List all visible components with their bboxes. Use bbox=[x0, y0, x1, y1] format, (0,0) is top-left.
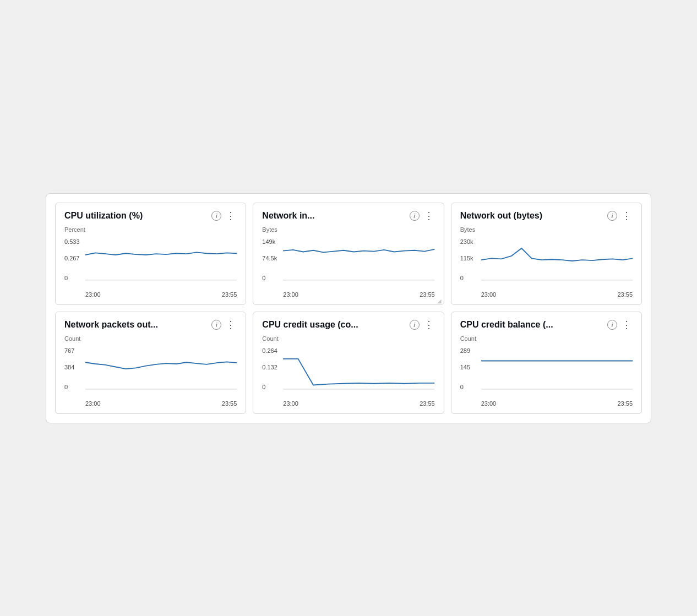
card-title: Network out (bytes) bbox=[460, 211, 607, 221]
y-tick-low: 0 bbox=[262, 275, 265, 281]
card-header: Network in... i ⋮ bbox=[262, 211, 434, 221]
info-icon[interactable]: i bbox=[607, 320, 617, 330]
card-header: CPU credit balance (... i ⋮ bbox=[460, 320, 633, 330]
info-icon[interactable]: i bbox=[211, 320, 221, 330]
chart-container bbox=[481, 236, 633, 286]
x-label-end: 23:55 bbox=[617, 400, 633, 407]
card-actions: i ⋮ bbox=[410, 211, 435, 221]
card-cpu-credit-usage: CPU credit usage (co... i ⋮ Count 0.264 … bbox=[253, 312, 444, 414]
card-title: Network in... bbox=[262, 211, 409, 221]
card-actions: i ⋮ bbox=[211, 211, 237, 221]
card-actions: i ⋮ bbox=[607, 320, 633, 330]
more-icon[interactable]: ⋮ bbox=[225, 320, 237, 330]
chart-svg bbox=[85, 345, 237, 395]
x-label-end: 23:55 bbox=[222, 291, 237, 298]
y-label: Bytes bbox=[460, 226, 476, 233]
chart-svg bbox=[481, 236, 633, 286]
card-net-packets-out: Network packets out... i ⋮ Count 767 384… bbox=[55, 312, 246, 414]
metrics-grid: CPU utilization (%) i ⋮ Percent 0.533 0.… bbox=[55, 203, 642, 414]
card-cpu-util: CPU utilization (%) i ⋮ Percent 0.533 0.… bbox=[55, 203, 246, 305]
more-icon[interactable]: ⋮ bbox=[620, 211, 633, 221]
y-tick-low: 0 bbox=[64, 384, 68, 390]
x-label-end: 23:55 bbox=[420, 400, 435, 407]
y-tick-high: 149k bbox=[262, 238, 275, 245]
card-network-out: Network out (bytes) i ⋮ Bytes 230k 115k … bbox=[451, 203, 642, 305]
chart-area: Bytes 149k 74.5k 0 23:00 23:55 bbox=[262, 226, 434, 298]
x-labels: 23:00 23:55 bbox=[481, 291, 633, 298]
dashboard: CPU utilization (%) i ⋮ Percent 0.533 0.… bbox=[46, 193, 651, 423]
x-labels: 23:00 23:55 bbox=[283, 291, 434, 298]
info-icon[interactable]: i bbox=[410, 320, 420, 330]
y-tick-mid: 0.267 bbox=[64, 255, 80, 261]
chart-container bbox=[283, 236, 434, 286]
card-cpu-credit-balance: CPU credit balance (... i ⋮ Count 289 14… bbox=[451, 312, 642, 414]
chart-container bbox=[85, 236, 237, 286]
y-label: Count bbox=[460, 335, 476, 342]
chart-container bbox=[481, 345, 633, 395]
y-label: Count bbox=[64, 335, 80, 342]
y-label: Count bbox=[262, 335, 278, 342]
x-label-start: 23:00 bbox=[481, 291, 497, 298]
y-tick-low: 0 bbox=[460, 384, 464, 390]
card-header: Network packets out... i ⋮ bbox=[64, 320, 237, 330]
y-tick-low: 0 bbox=[460, 275, 464, 281]
info-icon[interactable]: i bbox=[607, 211, 617, 221]
x-label-start: 23:00 bbox=[283, 400, 298, 407]
x-label-start: 23:00 bbox=[481, 400, 497, 407]
y-tick-high: 289 bbox=[460, 347, 470, 354]
y-tick-mid: 0.132 bbox=[262, 364, 277, 370]
info-icon[interactable]: i bbox=[410, 211, 420, 221]
x-label-start: 23:00 bbox=[283, 291, 298, 298]
card-title: CPU credit usage (co... bbox=[262, 320, 409, 330]
x-labels: 23:00 23:55 bbox=[85, 291, 237, 298]
more-icon[interactable]: ⋮ bbox=[620, 320, 633, 330]
card-header: Network out (bytes) i ⋮ bbox=[460, 211, 633, 221]
info-icon[interactable]: i bbox=[211, 211, 221, 221]
card-actions: i ⋮ bbox=[410, 320, 435, 330]
y-tick-mid: 384 bbox=[64, 364, 74, 370]
chart-area: Count 767 384 0 23:00 23:55 bbox=[64, 335, 237, 407]
card-header: CPU credit usage (co... i ⋮ bbox=[262, 320, 434, 330]
x-label-end: 23:55 bbox=[617, 291, 633, 298]
card-title: Network packets out... bbox=[64, 320, 211, 330]
y-tick-high: 0.264 bbox=[262, 347, 277, 354]
card-actions: i ⋮ bbox=[607, 211, 633, 221]
resize-handle[interactable]: ◢ bbox=[437, 298, 443, 303]
x-label-end: 23:55 bbox=[420, 291, 435, 298]
x-label-end: 23:55 bbox=[222, 400, 237, 407]
chart-area: Percent 0.533 0.267 0 23:00 23:55 bbox=[64, 226, 237, 298]
y-label: Bytes bbox=[262, 226, 277, 233]
chart-svg bbox=[283, 345, 434, 395]
card-title: CPU credit balance (... bbox=[460, 320, 607, 330]
x-labels: 23:00 23:55 bbox=[481, 400, 633, 407]
more-icon[interactable]: ⋮ bbox=[225, 211, 237, 221]
y-tick-mid: 74.5k bbox=[262, 255, 277, 261]
y-tick-high: 0.533 bbox=[64, 238, 80, 245]
y-tick-high: 230k bbox=[460, 238, 473, 245]
chart-area: Count 0.264 0.132 0 23:00 23:55 bbox=[262, 335, 434, 407]
chart-svg bbox=[481, 345, 633, 395]
x-labels: 23:00 23:55 bbox=[85, 400, 237, 407]
y-label: Percent bbox=[64, 226, 85, 233]
y-tick-high: 767 bbox=[64, 347, 74, 354]
y-tick-mid: 115k bbox=[460, 255, 473, 261]
more-icon[interactable]: ⋮ bbox=[423, 320, 435, 330]
card-header: CPU utilization (%) i ⋮ bbox=[64, 211, 237, 221]
x-label-start: 23:00 bbox=[85, 291, 101, 298]
x-label-start: 23:00 bbox=[85, 400, 101, 407]
chart-container bbox=[85, 345, 237, 395]
card-network-in: Network in... i ⋮ Bytes 149k 74.5k 0 bbox=[253, 203, 444, 305]
x-labels: 23:00 23:55 bbox=[283, 400, 434, 407]
chart-container bbox=[283, 345, 434, 395]
y-tick-low: 0 bbox=[64, 275, 68, 281]
y-tick-low: 0 bbox=[262, 384, 265, 390]
card-actions: i ⋮ bbox=[211, 320, 237, 330]
chart-area: Count 289 145 0 23:00 23:55 bbox=[460, 335, 633, 407]
chart-svg bbox=[283, 236, 434, 286]
more-icon[interactable]: ⋮ bbox=[423, 211, 435, 221]
card-title: CPU utilization (%) bbox=[64, 211, 211, 221]
chart-svg bbox=[85, 236, 237, 286]
chart-area: Bytes 230k 115k 0 23:00 23:55 bbox=[460, 226, 633, 298]
y-tick-mid: 145 bbox=[460, 364, 470, 370]
